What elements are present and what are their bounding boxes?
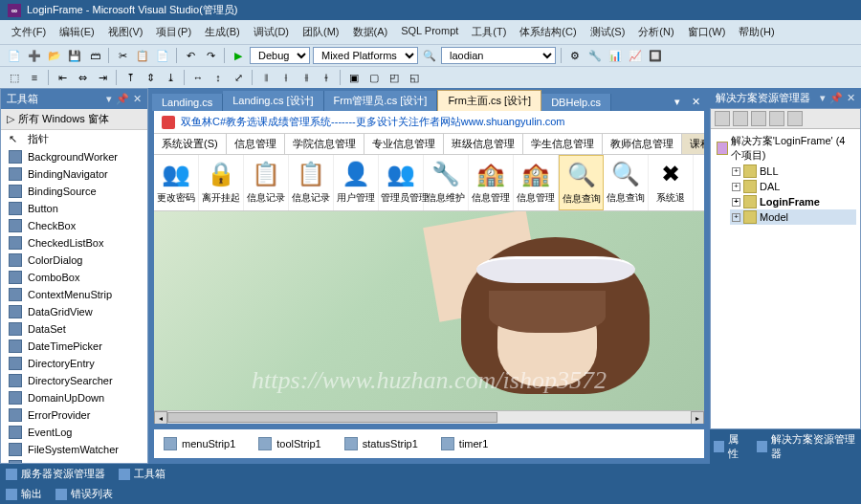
size-icon[interactable]: ⤢: [230, 69, 247, 86]
space-icon[interactable]: ⫲: [277, 69, 295, 86]
form-nav-tab[interactable]: 教师信息管理: [603, 134, 682, 154]
toolbox-item[interactable]: DirectorySearcher: [1, 372, 147, 389]
toolbox-item[interactable]: EventLog: [1, 424, 147, 441]
size-icon[interactable]: ↔: [189, 69, 207, 86]
form-nav-tab[interactable]: 课程信息管理: [682, 134, 704, 154]
tool-icon[interactable]: 📊: [607, 47, 624, 64]
horizontal-scrollbar[interactable]: ◂ ▸: [154, 410, 704, 424]
find-combo[interactable]: laodian: [441, 47, 556, 64]
tray-component[interactable]: toolStrip1: [258, 437, 320, 450]
find-icon[interactable]: 🔍: [421, 47, 438, 64]
align-top-icon[interactable]: ⤒: [121, 69, 139, 86]
platform-combo[interactable]: Mixed Platforms: [313, 47, 418, 64]
form-designer[interactable]: 双鱼林C#教务选课成绩管理系统-------更多设计关注作者网站www.shua…: [154, 111, 704, 424]
menu-item[interactable]: 测试(S): [585, 23, 631, 41]
toolbox-item[interactable]: ↖指针: [1, 130, 147, 148]
solution-project-node[interactable]: +DAL: [730, 179, 856, 194]
menu-item[interactable]: 数据(A): [347, 23, 394, 41]
form-nav-tab[interactable]: 学院信息管理: [285, 134, 364, 154]
toolbox-item[interactable]: DateTimePicker: [1, 338, 147, 355]
tool-icon[interactable]: 📈: [627, 47, 644, 64]
tool-icon[interactable]: ⚙: [566, 47, 584, 64]
menu-item[interactable]: 编辑(E): [54, 23, 100, 41]
align-icon[interactable]: ⬚: [6, 69, 23, 86]
toolbox-item[interactable]: ColorDialog: [1, 252, 147, 269]
menu-item[interactable]: 视图(V): [102, 23, 149, 41]
space-icon[interactable]: ⫳: [318, 69, 335, 86]
toolbox-item[interactable]: CheckedListBox: [1, 234, 147, 252]
align-left-icon[interactable]: ⇤: [54, 69, 71, 86]
tab-close-icon[interactable]: ✕: [686, 93, 706, 111]
toolbox-item[interactable]: Button: [1, 200, 147, 217]
align-middle-icon[interactable]: ⇕: [142, 69, 159, 86]
menu-item[interactable]: 团队(M): [297, 23, 345, 41]
copy-icon[interactable]: 📋: [134, 47, 151, 64]
scroll-right-icon[interactable]: ▸: [691, 411, 704, 424]
undo-icon[interactable]: ↶: [182, 47, 199, 64]
document-tab[interactable]: Frm管理员.cs [设计]: [324, 91, 438, 111]
pin-icon[interactable]: 📌: [116, 93, 129, 105]
properties-tab[interactable]: 属性: [714, 432, 747, 461]
form-big-button[interactable]: 🔒离开挂起: [199, 155, 244, 210]
menu-item[interactable]: 生成(B): [199, 23, 246, 41]
scroll-thumb[interactable]: [167, 412, 497, 423]
order-icon[interactable]: ◱: [406, 69, 423, 86]
close-icon[interactable]: ✕: [847, 92, 855, 104]
solution-root-node[interactable]: 解决方案'LoginFrame' (4 个项目): [715, 133, 856, 164]
sol-tool-icon[interactable]: [715, 111, 730, 126]
solution-tab[interactable]: 解决方案资源管理器: [757, 432, 857, 461]
menu-item[interactable]: 调试(D): [248, 23, 295, 41]
tray-component[interactable]: menuStrip1: [164, 437, 235, 450]
add-item-icon[interactable]: ➕: [26, 47, 43, 64]
menu-item[interactable]: 窗口(W): [682, 23, 732, 41]
order-icon[interactable]: ▢: [365, 69, 383, 86]
error-list-tab[interactable]: 错误列表: [55, 487, 113, 501]
form-nav-tab[interactable]: 班级信息管理: [444, 134, 523, 154]
toolbox-tab[interactable]: 工具箱: [119, 467, 166, 481]
space-icon[interactable]: ⫵: [298, 69, 315, 86]
config-combo[interactable]: Debug: [250, 47, 310, 64]
output-tab[interactable]: 输出: [6, 487, 42, 501]
form-nav-tab[interactable]: 学生信息管理: [523, 134, 603, 154]
toolbox-item[interactable]: DomainUpDown: [1, 389, 147, 406]
menu-item[interactable]: 文件(F): [6, 23, 52, 41]
toolbox-item[interactable]: ComboBox: [1, 269, 147, 286]
align-right-icon[interactable]: ⇥: [94, 69, 111, 86]
form-big-button[interactable]: 📋信息记录: [244, 155, 289, 210]
tray-component[interactable]: statusStrip1: [344, 437, 418, 450]
dropdown-icon[interactable]: ▾: [820, 92, 826, 104]
cut-icon[interactable]: ✂: [114, 47, 131, 64]
form-big-button[interactable]: ✖系统退: [649, 155, 694, 210]
toolbox-item[interactable]: DirectoryEntry: [1, 355, 147, 372]
solution-project-node[interactable]: +BLL: [730, 164, 856, 179]
toolbox-item[interactable]: FlowLayoutPanel: [1, 458, 147, 463]
solution-project-node[interactable]: +Model: [730, 209, 856, 225]
start-debug-icon[interactable]: ▶: [230, 47, 247, 64]
sol-tool-icon[interactable]: [769, 111, 784, 126]
tray-component[interactable]: timer1: [441, 437, 489, 450]
toolbox-item[interactable]: DataSet: [1, 320, 147, 338]
server-explorer-tab[interactable]: 服务器资源管理器: [6, 467, 105, 481]
save-icon[interactable]: 💾: [66, 47, 83, 64]
toolbox-item[interactable]: BindingSource: [1, 183, 147, 200]
scroll-left-icon[interactable]: ◂: [154, 411, 167, 424]
align-center-icon[interactable]: ⇔: [74, 69, 91, 86]
size-icon[interactable]: ↕: [210, 69, 227, 86]
sol-tool-icon[interactable]: [751, 111, 766, 126]
menu-item[interactable]: 项目(P): [150, 23, 197, 41]
form-big-button[interactable]: 👥管理员管理: [379, 155, 424, 210]
pin-icon[interactable]: 📌: [829, 92, 843, 104]
form-big-button[interactable]: 🔍信息查询: [604, 155, 649, 210]
expand-icon[interactable]: +: [732, 198, 740, 207]
toolbox-item[interactable]: ErrorProvider: [1, 406, 147, 424]
form-nav-tab[interactable]: 系统设置(S): [154, 134, 227, 154]
new-project-icon[interactable]: 📄: [6, 47, 23, 64]
expand-icon[interactable]: +: [732, 213, 740, 222]
order-icon[interactable]: ◰: [386, 69, 403, 86]
dropdown-icon[interactable]: ▾: [106, 93, 112, 105]
document-tab[interactable]: Landing.cs: [152, 94, 223, 111]
save-all-icon[interactable]: 🗃: [86, 47, 103, 64]
menu-item[interactable]: SQL Prompt: [395, 23, 464, 41]
menu-item[interactable]: 分析(N): [632, 23, 679, 41]
sol-tool-icon[interactable]: [733, 111, 748, 126]
